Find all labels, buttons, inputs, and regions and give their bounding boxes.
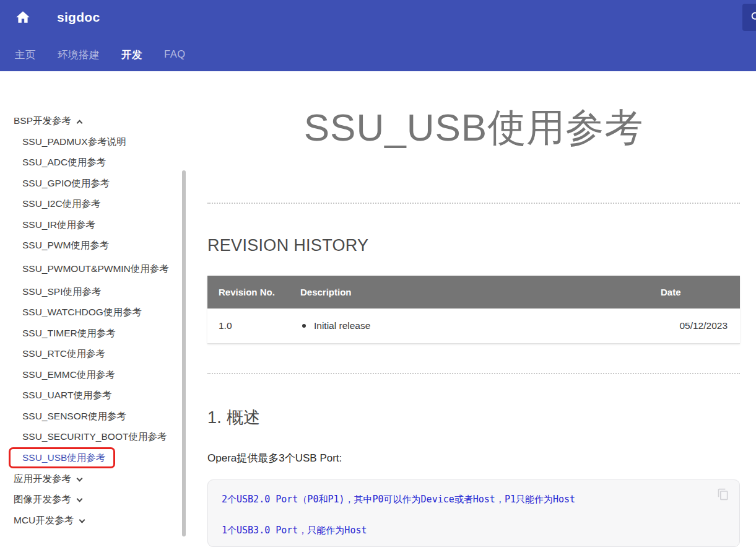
home-icon	[15, 9, 31, 25]
sidebar-item-emmc[interactable]: SSU_EMMC使用参考	[0, 364, 189, 385]
sidebar-item-rtc[interactable]: SSU_RTC使用参考	[0, 343, 189, 364]
chevron-down-icon	[77, 475, 83, 481]
sidebar-item-pwmout-pwmin[interactable]: SSU_PWMOUT&PWMIN使用参考	[0, 256, 178, 281]
main-content: SSU_USB使用参考 REVISION HISTORY Revision No…	[207, 71, 740, 547]
revision-history-heading: REVISION HISTORY	[207, 236, 740, 255]
sidebar-section-image-dev[interactable]: 图像开发参考	[0, 489, 189, 510]
sidebar-item-ir[interactable]: SSU_IR使用参考	[0, 214, 189, 235]
page-title: SSU_USB使用参考	[207, 105, 740, 149]
column-description: Description	[300, 287, 661, 297]
bullet-icon	[302, 324, 306, 328]
code-block: 2个USB2.0 Port（P0和P1)，其中P0可以作为Device或者Hos…	[207, 479, 740, 547]
revision-no-value: 1.0	[207, 320, 300, 331]
sidebar-item-security-boot[interactable]: SSU_SECURITY_BOOT使用参考	[0, 426, 189, 447]
chevron-down-icon	[79, 517, 85, 523]
revision-history-table: Revision No. Description Date 1.0 Initia…	[207, 276, 740, 344]
brand-title: sigdoc	[57, 10, 100, 25]
chevron-down-icon	[77, 496, 83, 502]
sidebar-item-uart[interactable]: SSU_UART使用参考	[0, 385, 189, 406]
tab-env-setup[interactable]: 环境搭建	[58, 48, 100, 62]
tab-faq[interactable]: FAQ	[164, 48, 186, 62]
section-divider	[207, 373, 740, 374]
app-header: sigdoc 主页 环境搭建 开发 FAQ	[0, 0, 756, 71]
tab-home[interactable]: 主页	[15, 48, 36, 62]
search-button[interactable]	[742, 4, 756, 31]
sidebar-item-padmux[interactable]: SSU_PADMUX参考说明	[0, 131, 189, 152]
sidebar-section-mcu-dev[interactable]: MCU开发参考	[0, 510, 189, 531]
table-row: 1.0 Initial release 05/12/2023	[207, 309, 740, 343]
copy-icon	[717, 488, 729, 501]
sidebar-item-spi[interactable]: SSU_SPI使用参考	[0, 281, 189, 302]
column-date: Date	[661, 287, 728, 297]
date-value: 05/12/2023	[661, 320, 728, 331]
copy-code-button[interactable]	[717, 488, 729, 501]
overview-heading: 1. 概述	[207, 406, 740, 429]
sidebar-item-sensor[interactable]: SSU_SENSOR使用参考	[0, 406, 189, 427]
tab-development[interactable]: 开发	[121, 48, 142, 62]
chevron-up-icon	[77, 120, 83, 126]
overview-paragraph: Opera提供最多3个USB Port:	[207, 451, 740, 465]
sidebar-item-adc[interactable]: SSU_ADC使用参考	[0, 152, 189, 173]
top-nav: 主页 环境搭建 开发 FAQ	[15, 48, 186, 62]
home-button[interactable]	[15, 9, 31, 25]
sidebar-item-timer[interactable]: SSU_TIMER使用参考	[0, 323, 189, 344]
sidebar: BSP开发参考 SSU_PADMUX参考说明 SSU_ADC使用参考 SSU_G…	[0, 71, 189, 547]
sidebar-item-watchdog[interactable]: SSU_WATCHDOG使用参考	[0, 302, 189, 323]
sidebar-section-bsp[interactable]: BSP开发参考	[0, 110, 189, 131]
description-value: Initial release	[300, 320, 661, 331]
sidebar-item-gpio[interactable]: SSU_GPIO使用参考	[0, 173, 189, 194]
sidebar-section-app-dev[interactable]: 应用开发参考	[0, 468, 189, 489]
search-icon	[750, 11, 756, 24]
sidebar-item-pwm[interactable]: SSU_PWM使用参考	[0, 235, 189, 256]
code-line: 1个USB3.0 Port，只能作为Host	[222, 523, 726, 537]
red-annotation-box: SSU_USB使用参考	[9, 447, 115, 468]
column-revision-no: Revision No.	[207, 287, 300, 297]
section-divider	[207, 203, 740, 204]
sidebar-item-usb-active[interactable]: SSU_USB使用参考	[0, 447, 189, 468]
table-header-row: Revision No. Description Date	[207, 276, 740, 309]
sidebar-item-i2c[interactable]: SSU_I2C使用参考	[0, 193, 189, 214]
code-line: 2个USB2.0 Port（P0和P1)，其中P0可以作为Device或者Hos…	[222, 492, 726, 506]
